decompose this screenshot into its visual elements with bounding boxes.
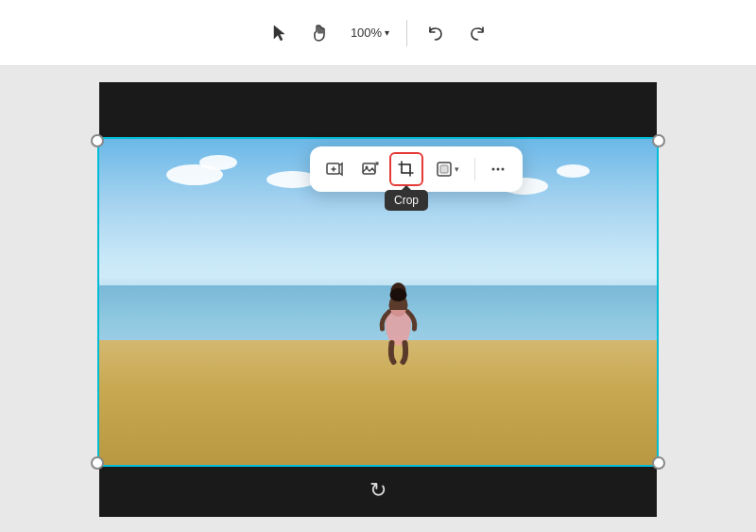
canvas-area: ↻ [0, 66, 756, 532]
svg-rect-6 [402, 164, 410, 173]
toolbar-divider [406, 20, 407, 46]
add-image-button[interactable] [318, 152, 352, 186]
redo-button[interactable] [460, 16, 494, 50]
mask-chevron-icon: ▾ [455, 164, 459, 174]
svg-point-11 [502, 167, 505, 170]
undo-button[interactable] [419, 16, 453, 50]
zoom-button[interactable]: 100% ▾ [345, 22, 395, 43]
image-frame: ↻ [99, 82, 657, 517]
person-silhouette [373, 282, 425, 367]
refresh-icon: ↻ [369, 478, 387, 503]
handle-bottom-right[interactable] [652, 456, 665, 470]
zoom-chevron-icon: ▾ [385, 27, 389, 38]
replace-image-button[interactable] [353, 152, 387, 186]
black-bar-bottom: ↻ [99, 465, 657, 517]
select-tool-button[interactable] [262, 16, 296, 50]
black-bar-top [99, 82, 657, 139]
handle-top-left[interactable] [91, 134, 104, 147]
crop-button[interactable]: Crop [389, 152, 423, 186]
svg-point-9 [492, 167, 495, 170]
cloud [557, 164, 590, 178]
svg-point-10 [497, 167, 500, 170]
zoom-value: 100% [351, 26, 382, 40]
handle-top-right[interactable] [652, 134, 665, 147]
svg-point-2 [390, 288, 407, 301]
floating-toolbar: Crop ▾ [310, 146, 523, 192]
top-toolbar: 100% ▾ [0, 0, 756, 66]
hand-tool-button[interactable] [303, 16, 337, 50]
mask-button[interactable]: ▾ [425, 152, 469, 186]
svg-rect-8 [440, 165, 448, 173]
cloud [199, 155, 237, 170]
floating-toolbar-divider [474, 158, 475, 180]
handle-bottom-left[interactable] [91, 456, 104, 470]
more-options-button[interactable] [481, 152, 515, 186]
